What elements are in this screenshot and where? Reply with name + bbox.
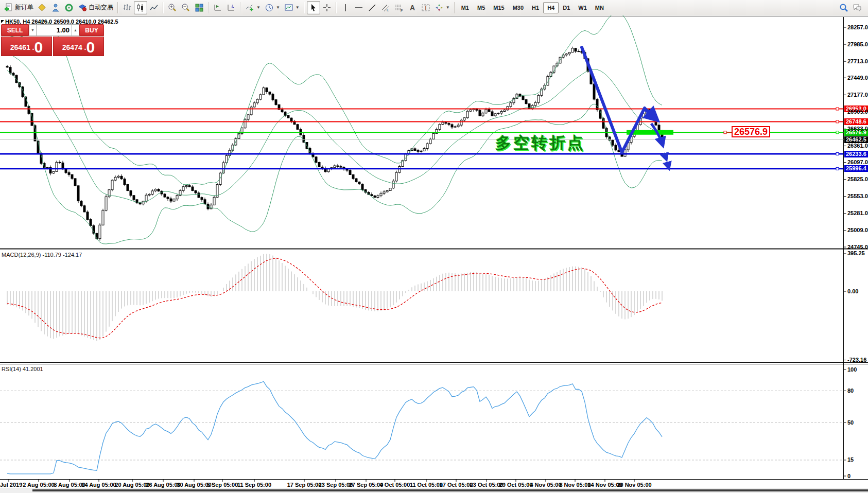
price-axis-tick: 25825.0 — [847, 176, 868, 182]
time-axis-label: 17 Sep 05:00 — [287, 482, 322, 488]
svg-text:T: T — [424, 5, 427, 11]
one-click-trade-panel: SELL ▼ 1.00 ▲ BUY 26461 .0 26474 .0 — [1, 24, 104, 56]
timeframe-button-d1[interactable]: D1 — [559, 2, 574, 13]
auto-trading-label: 自动交易 — [89, 3, 113, 12]
cursor-button[interactable] — [307, 1, 320, 14]
person-icon — [51, 3, 60, 12]
clock-icon — [265, 3, 274, 12]
mt4-window: 新订单 自动交易 ▼ ▼ ▼ E F A T ▼ — [0, 0, 868, 493]
auto-trading-icon — [78, 3, 87, 12]
time-axis-label: 11 Oct 05:00 — [410, 482, 443, 488]
new-order-button[interactable]: 新订单 — [2, 1, 36, 14]
periods-button[interactable]: ▼ — [263, 1, 282, 14]
new-order-icon — [4, 3, 13, 12]
timeframe-button-h4[interactable]: H4 — [543, 2, 559, 13]
horizontal-line-button[interactable] — [352, 1, 366, 14]
market-watch-button[interactable] — [36, 1, 49, 14]
line-chart-button[interactable] — [147, 1, 161, 14]
zoom-out-icon — [181, 3, 190, 12]
auto-scroll-button[interactable] — [211, 1, 224, 14]
text-label-button[interactable]: T — [419, 1, 432, 14]
templates-button[interactable]: ▼ — [282, 1, 302, 14]
price-axis-tick: 27449.0 — [847, 75, 868, 81]
candlestick-chart-button[interactable] — [134, 1, 147, 14]
horizontal-line-icon — [354, 3, 363, 12]
timeframe-button-h1[interactable]: H1 — [528, 2, 543, 13]
rsi-axis-tick: 50 — [847, 419, 854, 426]
macd-axis-tick: 395.25 — [847, 250, 865, 256]
new-order-label: 新订单 — [15, 3, 33, 12]
bar-chart-icon — [123, 3, 132, 12]
arrows-button[interactable]: ▼ — [432, 1, 452, 14]
auto-trading-button[interactable]: 自动交易 — [76, 1, 115, 14]
chat-icon — [853, 3, 862, 12]
sell-button[interactable]: SELL — [1, 24, 29, 36]
timeframe-button-m1[interactable]: M1 — [457, 2, 473, 13]
price-axis-tick: 27713.0 — [847, 58, 868, 64]
navigator-button[interactable] — [62, 1, 76, 14]
chart-canvas[interactable] — [0, 0, 868, 493]
time-axis-label: 4 Oct 05:00 — [380, 482, 410, 488]
time-axis-label: 29 Oct 05:00 — [499, 482, 533, 488]
indicators-button[interactable]: ▼ — [243, 1, 263, 14]
indicators-icon — [245, 3, 254, 12]
separator — [240, 2, 241, 13]
time-axis-label: 26 Aug 05:00 — [146, 482, 180, 488]
macd-axis-tick: 0.00 — [847, 288, 858, 294]
text-icon: A — [408, 3, 417, 12]
bar-chart-button[interactable] — [120, 1, 134, 14]
volume-input[interactable]: 1.00 — [37, 24, 72, 36]
zoom-in-icon — [168, 3, 177, 12]
time-axis-label: 8 Aug 05:00 — [54, 482, 85, 488]
time-axis-label: 27 Sep 05:00 — [349, 482, 384, 488]
chart-annotation-text[interactable]: 多空转折点 — [495, 132, 585, 154]
vertical-line-icon — [341, 3, 350, 12]
time-axis-label: 8 Nov 05:00 — [559, 482, 591, 488]
chat-button[interactable] — [850, 1, 864, 14]
volume-decrease-button[interactable]: ▼ — [29, 24, 37, 36]
separator — [304, 2, 305, 13]
candlestick-icon — [136, 3, 145, 12]
one-click-collapse-toggle[interactable] — [1, 20, 4, 23]
zoom-in-button[interactable] — [166, 1, 179, 14]
zoom-out-button[interactable] — [179, 1, 193, 14]
price-axis-tick: 26361.0 — [847, 143, 868, 149]
main-toolbar: 新订单 自动交易 ▼ ▼ ▼ E F A T ▼ — [0, 0, 868, 15]
search-button[interactable] — [837, 1, 850, 14]
rsi-axis-tick: 100 — [847, 366, 857, 373]
timeframe-button-w1[interactable]: W1 — [574, 2, 591, 13]
equidistant-channel-button[interactable]: E — [379, 1, 392, 14]
crosshair-button[interactable] — [320, 1, 334, 14]
vertical-line-button[interactable] — [339, 1, 352, 14]
price-axis-tick: 27177.0 — [847, 92, 868, 98]
search-icon — [839, 3, 848, 12]
time-axis-label: 4 Nov 05:00 — [530, 482, 561, 488]
h-scrollbar-thumb[interactable] — [32, 489, 868, 491]
time-axis-label: 30 Aug 05:00 — [177, 482, 211, 488]
svg-text:F: F — [401, 9, 403, 12]
time-axis-label: 23 Sep 05:00 — [319, 482, 353, 488]
separator — [208, 2, 209, 13]
price-line-badge: 26233.6 — [844, 151, 868, 157]
timeframe-button-mn[interactable]: MN — [591, 2, 608, 13]
volume-increase-button[interactable]: ▲ — [72, 24, 79, 36]
buy-price-display[interactable]: 26474 .0 — [53, 37, 104, 56]
timeframe-button-m30[interactable]: M30 — [509, 2, 528, 13]
macd-axis-tick: -723.16 — [847, 357, 866, 363]
buy-button[interactable]: BUY — [79, 24, 104, 36]
sell-price-display[interactable]: 26461 .0 — [1, 37, 52, 56]
chart-shift-button[interactable] — [224, 1, 238, 14]
trendline-button[interactable] — [366, 1, 379, 14]
price-line-badge: 25996.4 — [844, 165, 868, 172]
data-window-button[interactable] — [49, 1, 62, 14]
swirl-icon — [64, 3, 74, 12]
timeframe-button-m15[interactable]: M15 — [489, 2, 508, 13]
price-tag-label[interactable]: 26576.9 — [732, 126, 770, 137]
separator — [117, 2, 118, 13]
chevron-down-icon: ▼ — [446, 5, 450, 10]
fibonacci-button[interactable]: F — [392, 1, 406, 14]
timeframe-button-m5[interactable]: M5 — [473, 2, 489, 13]
text-button[interactable]: A — [406, 1, 419, 14]
time-axis-label: 23 Oct 05:00 — [470, 482, 504, 488]
tile-windows-button[interactable] — [193, 1, 206, 14]
